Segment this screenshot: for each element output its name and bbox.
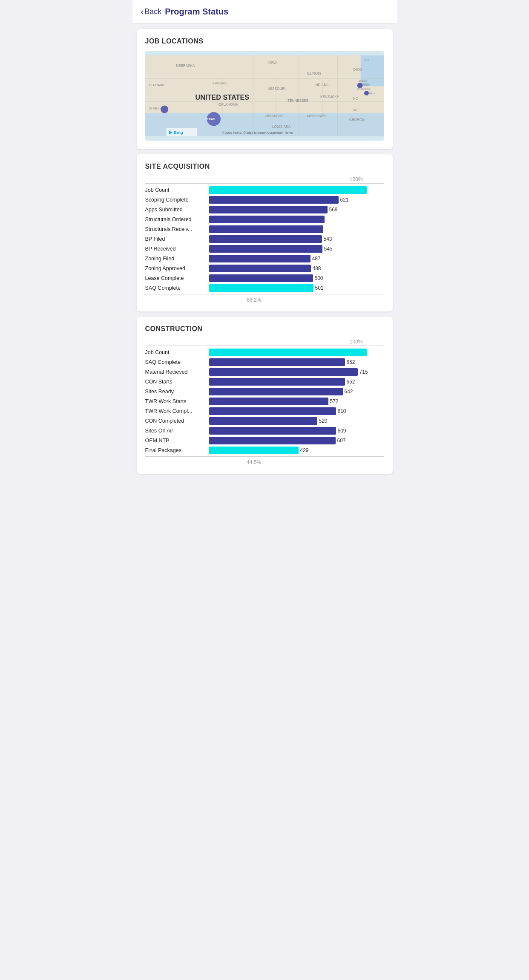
svg-text:MISSOURI: MISSOURI xyxy=(268,87,285,91)
chart-bar-area: 429 xyxy=(209,447,384,454)
chart-bar xyxy=(209,186,367,194)
chart-bar-area xyxy=(209,349,384,356)
chart-row-label: CON Starts xyxy=(145,379,209,385)
header: ‹ Back Program Status xyxy=(132,0,397,24)
chart-bar-area: 609 xyxy=(209,427,384,435)
chart-bar xyxy=(209,368,358,376)
con-bottom-label: 44.5% xyxy=(145,459,384,465)
svg-text:UNITED STATES: UNITED STATES xyxy=(195,93,249,101)
chart-row-value: 543 xyxy=(324,236,336,242)
chart-row-value: 569 xyxy=(329,207,341,213)
construction-card: CONSTRUCTION 100% Job CountSAQ Complete6… xyxy=(137,317,393,474)
chart-row: BP Filed543 xyxy=(145,235,384,243)
sa-bottom-divider xyxy=(145,294,384,294)
svg-text:LOUISIANA: LOUISIANA xyxy=(272,125,291,129)
chart-bar xyxy=(209,388,343,395)
chart-row-value: 715 xyxy=(359,369,371,375)
chart-bar xyxy=(209,265,311,272)
chart-row: Scoping Complete621 xyxy=(145,196,384,204)
chart-bar-area xyxy=(209,186,384,194)
chart-row: TWR Work Starts572 xyxy=(145,398,384,405)
construction-title: CONSTRUCTION xyxy=(145,325,384,333)
chart-row: Final Packages429 xyxy=(145,447,384,454)
chart-bar-area: 501 xyxy=(209,284,384,292)
chart-row: Sites Ready642 xyxy=(145,388,384,395)
svg-text:OHIO: OHIO xyxy=(353,68,362,72)
svg-text:KENTUCKY: KENTUCKY xyxy=(320,95,339,99)
chart-bar xyxy=(209,284,313,292)
chart-bar xyxy=(209,196,339,204)
chart-bar-area: 572 xyxy=(209,398,384,405)
chart-bar xyxy=(209,255,310,262)
chart-row: Lease Complete500 xyxy=(145,274,384,282)
site-acquisition-title: SITE ACQUISITION xyxy=(145,163,384,170)
chart-row-label: Structurals Ordered xyxy=(145,216,209,222)
chart-bar xyxy=(209,437,336,444)
chart-row-label: Job Count xyxy=(145,349,209,355)
chart-row: Job Count xyxy=(145,349,384,356)
svg-point-38 xyxy=(161,106,168,113)
svg-text:NEBRASKA: NEBRASKA xyxy=(176,64,195,68)
sa-100-label: 100% xyxy=(145,176,384,182)
chart-row: BP Received545 xyxy=(145,245,384,253)
site-acquisition-chart: 100% Job CountScoping Complete621Apps Su… xyxy=(145,176,384,303)
chart-bar xyxy=(209,378,345,386)
chart-row-label: Apps Submitted xyxy=(145,207,209,213)
chart-row-label: Job Count xyxy=(145,187,209,193)
svg-text:▶ Bing: ▶ Bing xyxy=(169,130,183,135)
svg-point-40 xyxy=(357,83,362,88)
chart-row-label: TWR Work Starts xyxy=(145,398,209,404)
back-chevron-icon: ‹ xyxy=(141,7,144,17)
chart-bar-area: 607 xyxy=(209,437,384,444)
svg-text:ILLINOIS: ILLINOIS xyxy=(307,72,321,75)
con-bottom-divider xyxy=(145,456,384,457)
chart-row: OEM NTP607 xyxy=(145,437,384,444)
sa-bottom-label: 66.2% xyxy=(145,297,384,303)
chart-bar xyxy=(209,427,336,435)
chart-bar xyxy=(209,447,299,454)
chart-row-label: CON Completed xyxy=(145,418,209,424)
svg-point-41 xyxy=(364,91,369,95)
chart-row-value: 487 xyxy=(312,256,324,262)
chart-row-value: 488 xyxy=(313,265,325,271)
chart-bar-area: 715 xyxy=(209,368,384,376)
chart-row: TWR Work Compl...610 xyxy=(145,407,384,415)
chart-row: CON Completed520 xyxy=(145,417,384,425)
chart-bar xyxy=(209,398,328,405)
chart-bar-area: 520 xyxy=(209,417,384,425)
chart-bar-area: 500 xyxy=(209,274,384,282)
chart-bar xyxy=(209,358,345,366)
map-container[interactable]: NEBRASKA IOWA N.Y. ILLINOIS OHIO OLORADO… xyxy=(145,51,384,141)
chart-row: Sites On Air609 xyxy=(145,427,384,435)
chart-row-value: 501 xyxy=(315,285,327,291)
svg-text:ARKANSAS: ARKANSAS xyxy=(264,114,284,118)
chart-row-label: Lease Complete xyxy=(145,275,209,281)
back-label: Back xyxy=(144,7,161,16)
sa-chart-rows: Job CountScoping Complete621Apps Submitt… xyxy=(145,186,384,292)
job-locations-title: JOB LOCATIONS xyxy=(145,37,384,45)
job-locations-card: JOB LOCATIONS NEBRA xyxy=(137,29,393,149)
chart-row-value: 652 xyxy=(347,379,359,385)
chart-row-value: 572 xyxy=(330,398,342,404)
chart-bar-area: 569 xyxy=(209,206,384,213)
svg-text:NC: NC xyxy=(353,97,358,101)
chart-bar xyxy=(209,407,336,415)
chart-bar-area xyxy=(209,225,384,233)
chart-bar-area: 642 xyxy=(209,388,384,395)
chart-bar-area: 610 xyxy=(209,407,384,415)
chart-row: CON Starts652 xyxy=(145,378,384,386)
svg-text:WEST: WEST xyxy=(359,79,368,83)
chart-bar-area: 487 xyxy=(209,255,384,262)
chart-row-label: Material Recieved xyxy=(145,369,209,375)
chart-row-label: Scoping Complete xyxy=(145,197,209,203)
back-button[interactable]: ‹ Back xyxy=(141,7,162,17)
svg-text:SC: SC xyxy=(353,108,357,112)
chart-bar xyxy=(209,349,367,356)
chart-row-label: Zoning Filed xyxy=(145,256,209,262)
chart-row: Zoning Filed487 xyxy=(145,255,384,262)
chart-row-label: Final Packages xyxy=(145,447,209,453)
chart-row-label: SAQ Complete xyxy=(145,285,209,291)
con-top-divider xyxy=(145,346,384,346)
svg-text:MISSISSIPPI: MISSISSIPPI xyxy=(307,114,327,118)
chart-row-value: 607 xyxy=(337,438,349,444)
